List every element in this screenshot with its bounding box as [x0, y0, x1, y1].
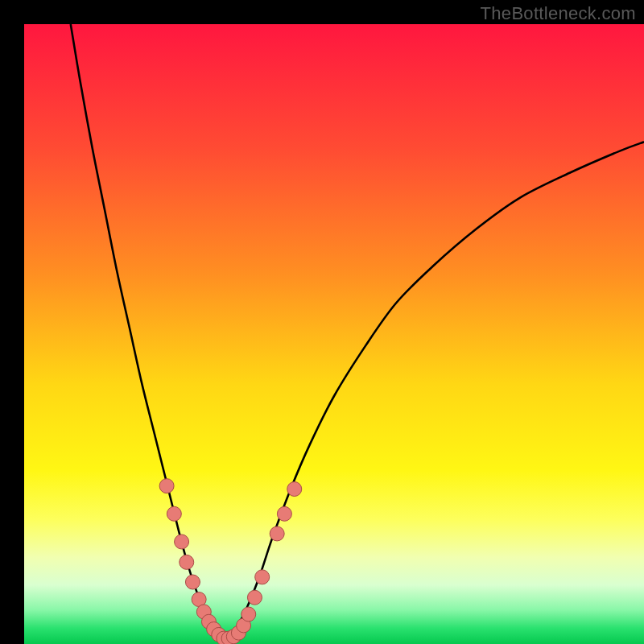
watermark-text: TheBottleneck.com	[481, 3, 636, 24]
data-marker	[287, 482, 302, 497]
data-marker	[270, 526, 284, 541]
data-marker	[180, 555, 194, 569]
chart-frame: TheBottleneck.com	[0, 0, 644, 644]
bottleneck-chart	[0, 0, 644, 644]
data-marker	[242, 607, 256, 621]
chart-gradient-background	[24, 24, 644, 644]
data-marker	[185, 575, 200, 589]
data-marker	[255, 570, 270, 584]
data-marker	[277, 506, 291, 521]
data-marker	[159, 479, 174, 493]
data-marker	[175, 535, 189, 549]
data-marker	[167, 506, 181, 521]
data-marker	[247, 590, 262, 605]
